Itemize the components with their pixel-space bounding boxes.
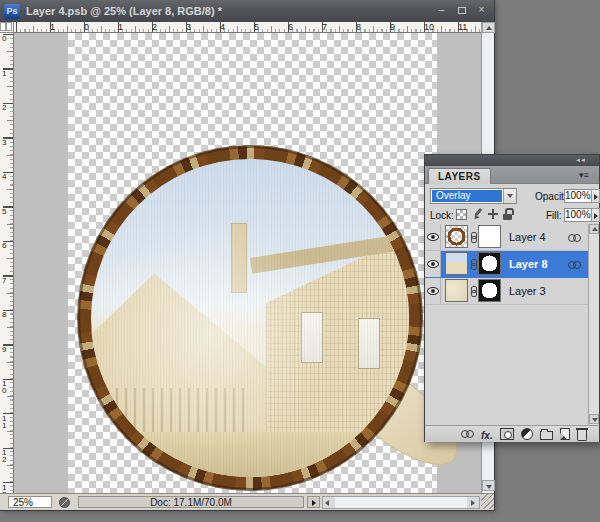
arrow-left-icon bbox=[325, 500, 329, 506]
layer-row[interactable]: Layer 3 bbox=[425, 278, 588, 305]
layer-row[interactable]: Layer 8 bbox=[425, 251, 588, 278]
ruler-top-label: 5 bbox=[254, 22, 259, 32]
ruler-left-label: 1 2 bbox=[2, 449, 6, 463]
layer-thumbnail[interactable] bbox=[445, 279, 468, 302]
linked-layers-icon bbox=[568, 234, 581, 241]
title-bar[interactable]: Ps Layer 4.psb @ 25% (Layer 8, RGB/8) * … bbox=[0, 0, 494, 22]
eye-icon bbox=[427, 233, 439, 241]
photoshop-app-icon: Ps bbox=[4, 4, 20, 19]
panel-bottom-bar bbox=[425, 425, 599, 442]
ruler-left-label: 1 1 bbox=[2, 415, 6, 429]
horizontal-scrollbar[interactable] bbox=[322, 496, 480, 509]
blend-mode-value: Overlay bbox=[432, 190, 502, 202]
blend-mode-dropdown[interactable]: Overlay bbox=[430, 188, 517, 204]
ruler-top-label: 8 bbox=[356, 22, 361, 32]
ruler-top-label: 9 bbox=[390, 22, 395, 32]
link-layers-icon[interactable] bbox=[461, 430, 474, 438]
eye-icon bbox=[427, 287, 439, 295]
panel-scrollbar[interactable] bbox=[588, 224, 599, 425]
opacity-field[interactable]: 100% bbox=[564, 189, 592, 203]
panel-menu-button[interactable]: ▾≡ bbox=[579, 170, 595, 181]
doc-size-info: Doc: 17.1M/70.0M bbox=[78, 496, 304, 508]
minimize-button[interactable]: – bbox=[434, 4, 449, 17]
scroll-right-button[interactable] bbox=[467, 497, 479, 508]
ruler-top[interactable]: 10123456789101112 bbox=[14, 22, 481, 33]
opacity-slider-button[interactable] bbox=[591, 189, 600, 203]
arrow-right-icon bbox=[594, 194, 598, 200]
layer-row[interactable]: Layer 4 bbox=[425, 224, 588, 251]
photo-texture bbox=[91, 159, 409, 477]
ruler-left[interactable]: 01234567891 01 11 21 3 bbox=[0, 33, 14, 493]
lock-all-icon[interactable] bbox=[503, 208, 512, 220]
add-mask-icon[interactable] bbox=[500, 428, 514, 440]
fill-label: Fill: bbox=[546, 210, 562, 221]
scroll-down-button[interactable] bbox=[589, 414, 599, 424]
lock-label: Lock: bbox=[430, 210, 454, 221]
dropdown-button[interactable] bbox=[503, 189, 516, 203]
ruler-left-label: 1 0 bbox=[2, 380, 6, 394]
tab-layers[interactable]: LAYERS bbox=[428, 168, 491, 184]
layer-thumbnail[interactable] bbox=[445, 225, 468, 248]
ruler-left-label: 1 bbox=[2, 70, 6, 77]
arrow-right-icon bbox=[471, 500, 475, 506]
scroll-up-button[interactable] bbox=[482, 22, 495, 33]
mirror-frame-artwork bbox=[78, 146, 422, 490]
visibility-toggle[interactable] bbox=[425, 251, 441, 277]
visibility-toggle[interactable] bbox=[425, 278, 441, 304]
fill-field[interactable]: 100% bbox=[564, 208, 592, 222]
zoom-level-field[interactable]: 25% bbox=[8, 496, 52, 508]
arrow-up-icon bbox=[592, 227, 598, 231]
ruler-top-label: 10 bbox=[424, 22, 434, 32]
mask-link-icon bbox=[470, 286, 477, 298]
delete-layer-icon[interactable] bbox=[577, 430, 587, 441]
resize-grip[interactable] bbox=[481, 494, 494, 509]
lock-pixels-icon[interactable] bbox=[471, 208, 483, 220]
ruler-left-label: 2 bbox=[2, 104, 6, 111]
fill-slider-button[interactable] bbox=[591, 208, 600, 222]
ruler-top-label: 2 bbox=[152, 22, 157, 32]
layer-name: Layer 3 bbox=[509, 285, 546, 297]
ruler-top-label: 11 bbox=[458, 22, 467, 32]
ruler-left-label: 4 bbox=[2, 173, 6, 180]
status-clock-icon bbox=[59, 497, 70, 508]
mirror-photo-artwork bbox=[91, 159, 409, 477]
lock-transparency-icon[interactable] bbox=[456, 209, 467, 220]
ruler-left-label: 8 bbox=[2, 311, 6, 318]
scroll-up-button[interactable] bbox=[589, 224, 599, 234]
layer-mask-thumbnail[interactable] bbox=[478, 225, 501, 248]
ruler-top-label: 1 bbox=[50, 22, 55, 32]
mask-link-icon bbox=[470, 232, 477, 244]
new-layer-icon[interactable] bbox=[560, 428, 570, 440]
maximize-button[interactable] bbox=[454, 4, 469, 17]
chevron-down-icon bbox=[507, 194, 513, 198]
ruler-top-label: 7 bbox=[322, 22, 327, 32]
layer-mask-thumbnail[interactable] bbox=[478, 252, 501, 275]
status-menu-button[interactable] bbox=[307, 496, 320, 508]
ruler-top-label: 1 bbox=[118, 22, 123, 32]
collapse-panel-button[interactable]: ◄◄ bbox=[575, 156, 585, 165]
arrow-down-icon bbox=[486, 485, 492, 489]
visibility-toggle[interactable] bbox=[425, 224, 441, 250]
layer-name: Layer 4 bbox=[509, 231, 546, 243]
scroll-down-button[interactable] bbox=[482, 480, 495, 491]
arrow-right-icon bbox=[312, 500, 316, 506]
eye-icon bbox=[427, 260, 439, 268]
new-group-icon[interactable] bbox=[540, 431, 553, 440]
ruler-corner bbox=[0, 22, 14, 33]
panel-body: Overlay Opacity: 100% Lock: Fill: 100% L… bbox=[425, 184, 599, 442]
layer-thumbnail[interactable] bbox=[445, 252, 468, 275]
layer-mask-thumbnail[interactable] bbox=[478, 279, 501, 302]
close-button[interactable]: × bbox=[474, 4, 489, 17]
lock-position-icon[interactable] bbox=[487, 208, 499, 220]
ruler-left-label: 5 bbox=[2, 208, 6, 215]
adjustment-layer-icon[interactable] bbox=[521, 428, 533, 440]
panel-tab-row: LAYERS ▾≡ bbox=[425, 166, 599, 184]
layer-style-icon[interactable] bbox=[481, 425, 493, 443]
layer-name: Layer 8 bbox=[509, 258, 548, 270]
ruler-top-label: 0 bbox=[84, 22, 89, 32]
canvas[interactable] bbox=[68, 33, 437, 493]
scroll-left-button[interactable] bbox=[323, 497, 335, 508]
layers-list: Layer 4Layer 8Layer 3 bbox=[425, 224, 588, 305]
panel-header-strip[interactable]: ◄◄ bbox=[425, 155, 599, 166]
ruler-left-label: 3 bbox=[2, 139, 6, 146]
